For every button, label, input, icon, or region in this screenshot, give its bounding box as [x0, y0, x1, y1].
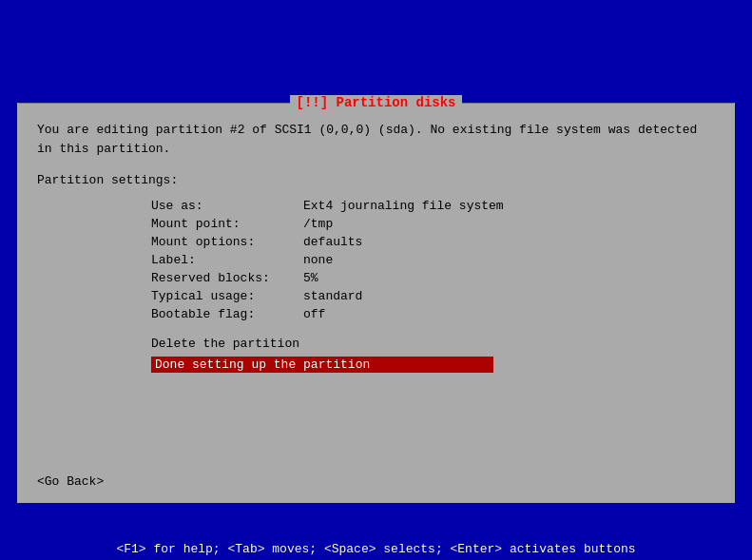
value-bootable-flag: off [303, 307, 325, 321]
screen: [!!] Partition disks You are editing par… [0, 0, 752, 560]
value-typical-usage: standard [303, 289, 362, 303]
label-label: Label: [151, 253, 303, 267]
label-mount-point: Mount point: [151, 217, 303, 231]
title-line-right [462, 103, 734, 104]
value-label: none [303, 253, 333, 267]
go-back-button[interactable]: <Go Back> [37, 474, 104, 489]
setting-label[interactable]: Label: none [151, 253, 715, 267]
done-partition-row: Done setting up the partition [151, 357, 715, 373]
setting-typical-usage[interactable]: Typical usage: standard [151, 289, 715, 303]
setting-use-as[interactable]: Use as: Ext4 journaling file system [151, 199, 715, 213]
dialog-content: You are editing partition #2 of SCSI1 (0… [18, 104, 734, 386]
delete-partition-link[interactable]: Delete the partition [151, 337, 299, 351]
value-use-as: Ext4 journaling file system [303, 199, 504, 213]
intro-text: You are editing partition #2 of SCSI1 (0… [37, 121, 715, 158]
section-title: Partition settings: [37, 173, 715, 187]
dialog-box: [!!] Partition disks You are editing par… [17, 103, 735, 503]
value-mount-options: defaults [303, 235, 362, 249]
settings-table: Use as: Ext4 journaling file system Moun… [151, 199, 715, 321]
value-mount-point: /tmp [303, 217, 333, 231]
setting-reserved-blocks[interactable]: Reserved blocks: 5% [151, 271, 715, 285]
setting-bootable-flag[interactable]: Bootable flag: off [151, 307, 715, 321]
intro-line1: You are editing partition #2 of SCSI1 (0… [37, 121, 715, 140]
dialog-title: [!!] Partition disks [290, 95, 461, 110]
intro-line2: in this partition. [37, 140, 715, 159]
label-mount-options: Mount options: [151, 235, 303, 249]
label-bootable-flag: Bootable flag: [151, 307, 303, 321]
label-use-as: Use as: [151, 199, 303, 213]
status-bar: <F1> for help; <Tab> moves; <Space> sele… [0, 542, 752, 556]
setting-mount-point[interactable]: Mount point: /tmp [151, 217, 715, 231]
title-bar: [!!] Partition disks [18, 94, 734, 111]
done-partition-link[interactable]: Done setting up the partition [151, 357, 493, 373]
delete-partition-row: Delete the partition [151, 337, 715, 351]
label-reserved-blocks: Reserved blocks: [151, 271, 303, 285]
title-line-left [18, 103, 290, 104]
value-reserved-blocks: 5% [303, 271, 318, 285]
setting-mount-options[interactable]: Mount options: defaults [151, 235, 715, 249]
label-typical-usage: Typical usage: [151, 289, 303, 303]
